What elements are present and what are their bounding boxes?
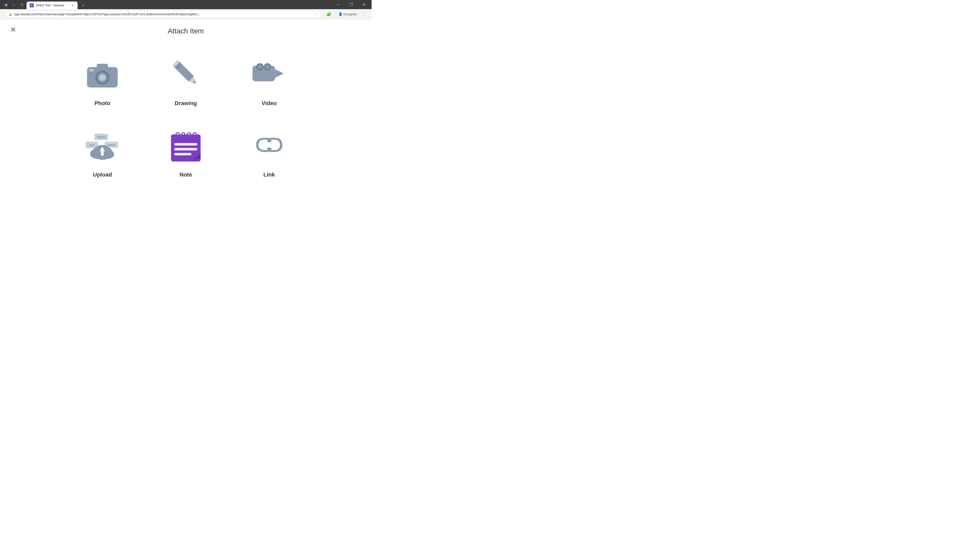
svg-rect-40 <box>174 143 197 146</box>
photo-item[interactable]: Photo <box>61 45 144 117</box>
reload-button[interactable]: ↻ <box>18 1 25 8</box>
drawing-label: Drawing <box>175 100 197 106</box>
items-grid: Photo <box>45 45 326 188</box>
link-icon-wrap <box>249 124 290 165</box>
svg-rect-42 <box>174 153 192 156</box>
maximize-button[interactable]: ❐ <box>345 0 357 9</box>
video-item[interactable]: Video <box>228 45 311 117</box>
back-button[interactable]: ◀ <box>2 1 9 8</box>
upload-item[interactable]: FILE PHOTO VIDEO Upload <box>61 117 144 188</box>
drawing-item[interactable]: Drawing <box>144 45 228 117</box>
close-attach-button[interactable]: ✕ <box>10 26 16 33</box>
photo-icon-wrap <box>82 53 123 94</box>
note-icon-wrap <box>165 124 206 165</box>
svg-point-16 <box>265 65 270 69</box>
tab-favicon: S <box>30 3 34 7</box>
address-text: app.seesaw.me/#/item/new/message?reloade… <box>14 13 312 16</box>
page-header: ✕ Attach Item <box>0 19 372 40</box>
tab-title: Select Tool - Seesaw <box>36 3 68 7</box>
video-icon <box>251 56 287 91</box>
close-window-button[interactable]: ✕ <box>358 0 369 9</box>
minimize-button[interactable]: ─ <box>332 0 344 9</box>
photo-icon <box>84 56 120 91</box>
upload-icon-wrap: FILE PHOTO VIDEO <box>82 124 123 165</box>
menu-button[interactable]: ⋮ <box>360 10 369 18</box>
svg-rect-12 <box>252 65 275 81</box>
extensions-button[interactable]: 🧩 <box>325 10 333 18</box>
upload-label: Upload <box>93 171 112 178</box>
new-tab-button[interactable]: + <box>80 2 87 9</box>
svg-rect-5 <box>89 69 94 71</box>
active-tab[interactable]: S Select Tool - Seesaw ✕ <box>27 2 78 9</box>
upload-icon: FILE PHOTO VIDEO <box>84 127 120 163</box>
lock-icon: 🔒 <box>8 13 12 16</box>
drawing-icon <box>168 56 204 91</box>
svg-text:VIDEO: VIDEO <box>107 144 115 146</box>
video-icon-wrap <box>249 53 290 94</box>
page-content: ✕ Attach Item <box>0 19 372 218</box>
svg-point-14 <box>258 65 262 69</box>
bookmark-icon[interactable]: ☆ <box>314 12 318 16</box>
note-icon <box>168 127 204 163</box>
svg-rect-41 <box>174 148 197 151</box>
link-label: Link <box>263 171 275 178</box>
photo-label: Photo <box>94 100 110 106</box>
note-label: Note <box>180 171 192 178</box>
link-icon <box>251 127 287 163</box>
tab-close-button[interactable]: ✕ <box>70 3 75 7</box>
video-label: Video <box>262 100 277 106</box>
svg-rect-1 <box>97 64 108 69</box>
address-bar: 🔒 app.seesaw.me/#/item/new/message?reloa… <box>0 9 372 19</box>
address-input[interactable]: 🔒 app.seesaw.me/#/item/new/message?reloa… <box>5 11 321 18</box>
note-item[interactable]: Note <box>144 117 228 188</box>
svg-text:PHOTO: PHOTO <box>97 136 106 138</box>
svg-point-4 <box>99 74 106 81</box>
profile-button[interactable]: 👤 Incognito <box>336 10 359 18</box>
svg-marker-17 <box>275 69 284 78</box>
svg-text:FILE: FILE <box>89 144 94 146</box>
svg-rect-29 <box>101 151 104 156</box>
drawing-icon-wrap <box>165 53 206 94</box>
page-title: Attach Item <box>0 27 372 35</box>
forward-button[interactable]: ▶ <box>10 1 18 8</box>
link-item[interactable]: Link <box>228 117 311 188</box>
